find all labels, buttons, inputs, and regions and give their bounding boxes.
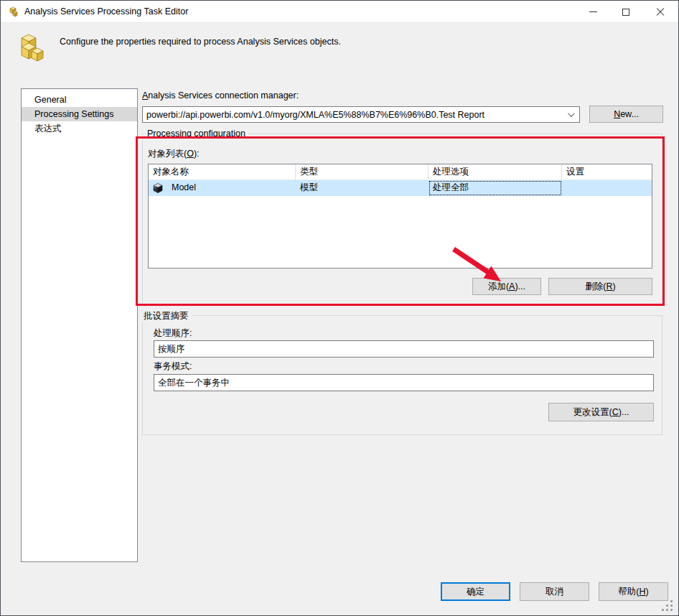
- batch-settings-label: 批设置摘要: [142, 310, 192, 322]
- transaction-mode-label: 事务模式:: [154, 360, 192, 373]
- help-button-label: 帮助(H): [618, 586, 648, 598]
- cell-object-name: Model: [167, 180, 196, 196]
- table-header-row: 对象名称 类型 处理选项 设置: [149, 164, 652, 180]
- close-icon: [656, 8, 665, 17]
- titlebar: Analysis Services Processing Task Editor: [1, 1, 678, 23]
- help-button[interactable]: 帮助(H): [599, 582, 668, 601]
- new-button-label: New...: [614, 109, 639, 119]
- processing-order-field[interactable]: [154, 340, 654, 358]
- add-button-label: 添加(A)...: [488, 281, 525, 293]
- cell-settings: [562, 180, 652, 196]
- sidebar-item-expressions[interactable]: 表达式: [22, 121, 137, 136]
- chevron-down-icon: [568, 110, 575, 117]
- maximize-icon: [622, 9, 629, 16]
- connection-manager-label: Analysis Services connection manager:: [142, 90, 299, 101]
- new-connection-button[interactable]: New...: [589, 106, 663, 123]
- model-cube-icon: [152, 182, 164, 194]
- column-header-type[interactable]: 类型: [296, 164, 429, 180]
- pages-list: General Processing Settings 表达式: [21, 88, 138, 562]
- analysis-services-cubes-icon: [16, 32, 46, 63]
- add-button[interactable]: 添加(A)...: [472, 278, 541, 295]
- column-header-settings[interactable]: 设置: [562, 164, 652, 180]
- ok-button[interactable]: 确定: [441, 582, 510, 601]
- connection-manager-combobox[interactable]: powerbi://api.powerbi.com/v1.0/myorg/XML…: [142, 106, 580, 123]
- maximize-button[interactable]: [609, 1, 642, 23]
- change-settings-button[interactable]: 更改设置(C)...: [548, 403, 654, 421]
- sidebar-item-processing-settings[interactable]: Processing Settings: [22, 107, 137, 121]
- object-list-table[interactable]: 对象名称 类型 处理选项 设置 Model 模型 处理全部: [148, 164, 652, 269]
- processing-order-label: 处理顺序:: [154, 327, 192, 340]
- connection-manager-value: powerbi://api.powerbi.com/v1.0/myorg/XML…: [146, 110, 484, 120]
- remove-button[interactable]: 删除(R): [548, 278, 652, 295]
- ok-button-label: 确定: [467, 586, 484, 598]
- minimize-icon: [589, 11, 597, 12]
- remove-button-label: 删除(R): [585, 281, 615, 293]
- close-button[interactable]: [644, 1, 677, 23]
- column-header-process-options[interactable]: 处理选项: [429, 164, 562, 180]
- window-title: Analysis Services Processing Task Editor: [24, 6, 188, 17]
- dialog-description: Configure the properties required to pro…: [60, 37, 341, 47]
- processing-configuration-label: Processing configuration: [146, 129, 248, 139]
- transaction-mode-field[interactable]: [154, 374, 654, 391]
- column-header-object-name[interactable]: 对象名称: [149, 164, 296, 180]
- cell-process-option[interactable]: 处理全部: [429, 180, 562, 196]
- object-list-label: 对象列表(O):: [148, 148, 200, 160]
- minimize-button[interactable]: [576, 1, 609, 23]
- cancel-button[interactable]: 取消: [520, 582, 589, 601]
- dialog-analysis-services-processing-task-editor: Analysis Services Processing Task Editor…: [0, 0, 679, 616]
- change-settings-button-label: 更改设置(C)...: [573, 406, 629, 419]
- app-cube-icon: [7, 6, 19, 18]
- cancel-button-label: 取消: [545, 586, 563, 598]
- cell-type: 模型: [296, 180, 429, 196]
- sidebar-item-general[interactable]: General: [22, 93, 137, 107]
- table-row-model[interactable]: Model 模型 处理全部: [149, 180, 652, 196]
- resize-grip[interactable]: [662, 600, 674, 612]
